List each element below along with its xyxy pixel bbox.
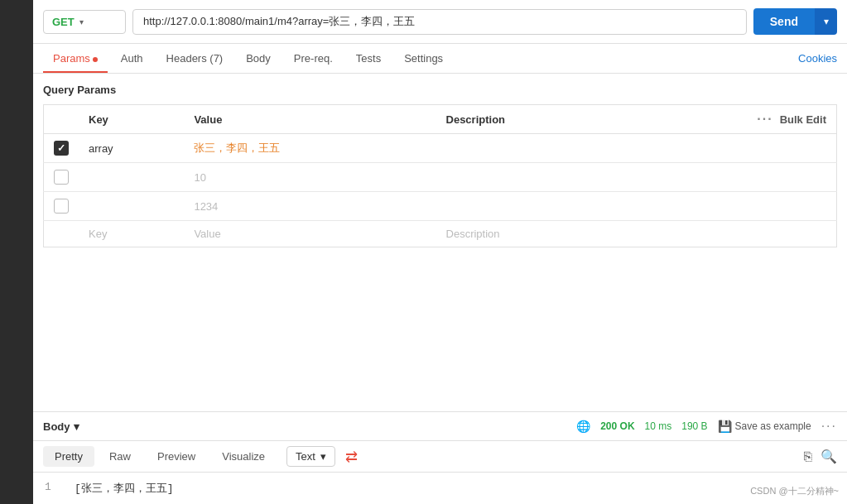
response-tabs: Pretty Raw Preview Visualize Text ▾ ⇄ ⎘ … bbox=[33, 441, 847, 473]
row2-checkbox-cell bbox=[44, 163, 79, 192]
copy-icon[interactable]: ⎘ bbox=[804, 449, 812, 464]
url-input[interactable] bbox=[143, 16, 736, 28]
request-tabs: Params Auth Headers (7) Body Pre-req. Te… bbox=[33, 44, 847, 74]
tab-params[interactable]: Params bbox=[43, 44, 108, 73]
tab-body[interactable]: Body bbox=[236, 44, 281, 73]
table-row: 10 bbox=[44, 163, 837, 192]
col-checkbox bbox=[44, 105, 79, 134]
resp-tab-visualize[interactable]: Visualize bbox=[210, 446, 277, 467]
checkbox-checked[interactable]: ✓ bbox=[54, 141, 69, 156]
response-section: Body ▾ 🌐 200 OK 10 ms 190 B 💾 Save as ex… bbox=[33, 411, 847, 504]
row1-key[interactable]: array bbox=[79, 134, 184, 163]
response-time: 10 ms bbox=[645, 420, 672, 432]
col-value-header: Value bbox=[184, 105, 436, 134]
col-key-header: Key bbox=[79, 105, 184, 134]
tab-auth[interactable]: Auth bbox=[111, 44, 153, 73]
method-chevron-icon: ▾ bbox=[79, 17, 84, 26]
send-button[interactable]: Send bbox=[753, 8, 815, 35]
format-chevron-icon: ▾ bbox=[320, 450, 326, 463]
params-table: Key Value Description ··· Bulk Edit ✓ bbox=[43, 104, 837, 247]
format-selector[interactable]: Text ▾ bbox=[286, 446, 335, 467]
row4-extra bbox=[623, 221, 836, 247]
checkbox-unchecked[interactable] bbox=[54, 170, 69, 185]
params-section: Query Params Key Value Description ··· B… bbox=[33, 74, 847, 411]
resp-tab-preview[interactable]: Preview bbox=[146, 446, 207, 467]
url-bar: GET ▾ Send ▾ bbox=[33, 0, 847, 44]
body-chevron-icon[interactable]: ▾ bbox=[74, 420, 79, 433]
response-more-options[interactable]: ··· bbox=[821, 419, 837, 434]
main-content: GET ▾ Send ▾ Params Auth Headers (7) Bod… bbox=[33, 0, 847, 504]
row2-extra bbox=[623, 163, 836, 192]
tab-tests[interactable]: Tests bbox=[346, 44, 391, 73]
row1-desc[interactable] bbox=[436, 134, 624, 163]
checkbox-unchecked[interactable] bbox=[54, 199, 69, 214]
more-options-icon[interactable]: ··· bbox=[757, 112, 772, 127]
row3-key[interactable] bbox=[79, 192, 184, 221]
code-area: 1 [张三，李四，王五] bbox=[33, 473, 847, 504]
wrap-text-icon[interactable]: ⇄ bbox=[345, 448, 358, 466]
row4-value[interactable]: Value bbox=[184, 221, 436, 247]
resp-tab-raw[interactable]: Raw bbox=[98, 446, 142, 467]
tab-settings[interactable]: Settings bbox=[394, 44, 453, 73]
watermark: CSDN @十二分精神~ bbox=[750, 485, 839, 497]
send-button-group: Send ▾ bbox=[753, 8, 837, 35]
table-row: ✓ array 张三，李四，王五 bbox=[44, 134, 837, 163]
response-meta: 🌐 200 OK 10 ms 190 B 💾 Save as example ·… bbox=[576, 419, 837, 434]
table-row: 1234 bbox=[44, 192, 837, 221]
bulk-edit-button[interactable]: Bulk Edit bbox=[780, 113, 826, 126]
globe-icon: 🌐 bbox=[576, 420, 590, 433]
row1-value[interactable]: 张三，李四，王五 bbox=[184, 134, 436, 163]
code-line: [张三，李四，王五] bbox=[75, 481, 174, 496]
response-size: 190 B bbox=[681, 420, 707, 432]
line-number: 1 bbox=[45, 481, 61, 496]
row2-key[interactable] bbox=[79, 163, 184, 192]
url-input-wrapper bbox=[132, 9, 747, 35]
row4-desc[interactable]: Description bbox=[436, 221, 624, 247]
format-label: Text bbox=[296, 450, 315, 463]
row3-checkbox-cell bbox=[44, 192, 79, 221]
row4-key[interactable]: Key bbox=[79, 221, 184, 247]
save-icon: 💾 bbox=[718, 420, 732, 433]
row2-desc[interactable] bbox=[436, 163, 624, 192]
resp-tab-actions: ⎘ 🔍 bbox=[804, 449, 837, 464]
method-label: GET bbox=[52, 16, 75, 28]
col-desc-header: Description bbox=[436, 105, 624, 134]
tabs-list: Params Auth Headers (7) Body Pre-req. Te… bbox=[43, 44, 453, 73]
search-icon[interactable]: 🔍 bbox=[821, 449, 837, 464]
table-row: Key Value Description bbox=[44, 221, 837, 247]
row3-extra bbox=[623, 192, 836, 221]
sidebar bbox=[0, 0, 33, 504]
row2-value[interactable]: 10 bbox=[184, 163, 436, 192]
query-params-title: Query Params bbox=[43, 84, 837, 96]
row3-value[interactable]: 1234 bbox=[184, 192, 436, 221]
row4-checkbox-cell bbox=[44, 221, 79, 247]
response-status: 200 OK bbox=[600, 420, 634, 432]
tab-prereq[interactable]: Pre-req. bbox=[284, 44, 343, 73]
row3-desc[interactable] bbox=[436, 192, 624, 221]
body-label: Body ▾ bbox=[43, 420, 79, 433]
send-dropdown-button[interactable]: ▾ bbox=[815, 8, 837, 35]
col-actions-header: ··· Bulk Edit bbox=[623, 105, 836, 134]
row1-extra bbox=[623, 134, 836, 163]
save-as-example-button[interactable]: 💾 Save as example bbox=[718, 420, 811, 433]
body-text: Body bbox=[43, 420, 70, 433]
response-header: Body ▾ 🌐 200 OK 10 ms 190 B 💾 Save as ex… bbox=[33, 412, 847, 441]
cookies-link[interactable]: Cookies bbox=[798, 52, 837, 65]
method-selector[interactable]: GET ▾ bbox=[43, 10, 126, 34]
tab-headers[interactable]: Headers (7) bbox=[156, 44, 233, 73]
row1-checkbox-cell: ✓ bbox=[44, 134, 79, 163]
resp-tab-pretty[interactable]: Pretty bbox=[43, 446, 94, 467]
params-dot bbox=[93, 57, 98, 62]
